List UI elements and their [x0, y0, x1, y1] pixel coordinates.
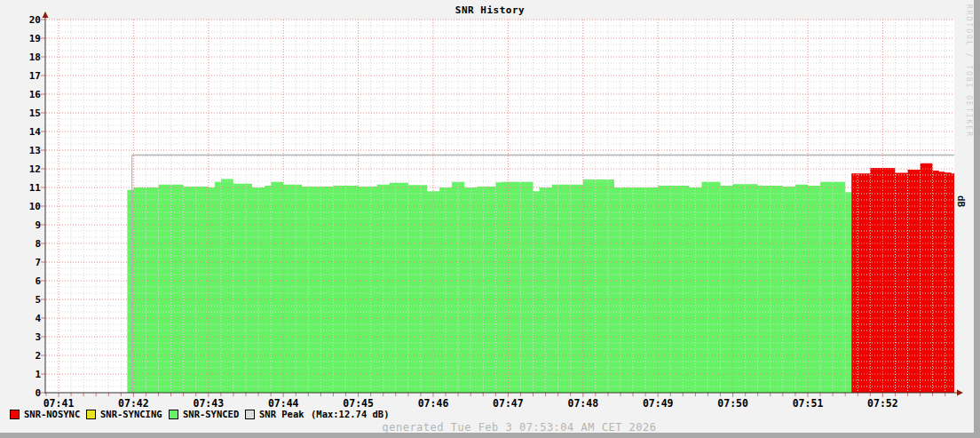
svg-text:07:43: 07:43 [193, 397, 224, 410]
svg-text:15: 15 [29, 108, 41, 119]
svg-text:07:52: 07:52 [867, 397, 898, 410]
svg-text:20: 20 [29, 14, 41, 26]
svg-text:2: 2 [35, 350, 41, 362]
svg-text:16: 16 [29, 89, 42, 100]
svg-text:4: 4 [35, 313, 41, 324]
horizontal-scrollbar[interactable] [0, 433, 980, 438]
svg-text:0: 0 [35, 387, 41, 399]
legend-swatch-green [169, 410, 178, 419]
svg-text:07:49: 07:49 [643, 397, 674, 410]
legend-item-snr-syncing: SNR-SYNCING [86, 409, 162, 419]
legend-label: SNR-SYNCING [100, 409, 162, 419]
legend-label: SNR-SYNCED [183, 409, 239, 419]
svg-text:07:44: 07:44 [268, 397, 299, 410]
legend-swatch-gray [245, 410, 255, 419]
legend-item-snr-peak: SNR Peak [245, 409, 304, 419]
rrdtool-watermark: RRDTOOL / TOBI OETIKER [965, 4, 973, 138]
legend-swatch-yellow [86, 410, 96, 419]
svg-text:07:42: 07:42 [118, 397, 149, 410]
svg-text:5: 5 [35, 294, 41, 306]
vertical-scrollbar[interactable] [974, 0, 980, 438]
legend-label: SNR Peak [259, 409, 304, 419]
legend-item-snr-nosync: SNR-NOSYNC [10, 409, 80, 419]
svg-text:7: 7 [35, 257, 41, 268]
svg-text:07:45: 07:45 [343, 397, 374, 410]
chart-legend: SNR-NOSYNC SNR-SYNCING SNR-SYNCED SNR Pe… [0, 409, 980, 421]
svg-text:07:48: 07:48 [567, 397, 598, 410]
svg-text:1: 1 [35, 369, 41, 380]
svg-text:07:51: 07:51 [793, 397, 824, 410]
svg-text:17: 17 [29, 70, 41, 82]
legend-label: SNR-NOSYNC [24, 409, 80, 419]
generated-timestamp: generated Tue Feb 3 07:53:04 AM CET 2026 [29, 421, 980, 434]
svg-text:07:47: 07:47 [493, 397, 524, 410]
svg-text:10: 10 [29, 201, 41, 212]
svg-text:6: 6 [35, 275, 41, 287]
legend-item-snr-synced: SNR-SYNCED [169, 409, 239, 419]
svg-text:14: 14 [29, 126, 42, 138]
svg-text:9: 9 [35, 219, 41, 231]
snr-history-graph: SNR History 0123456789101112131415161718… [0, 0, 980, 438]
svg-text:07:50: 07:50 [717, 397, 748, 410]
svg-text:18: 18 [29, 52, 41, 63]
svg-text:11: 11 [29, 182, 42, 194]
svg-text:8: 8 [35, 238, 41, 250]
snr-chart-plot: 0123456789101112131415161718192007:4107:… [0, 0, 980, 438]
svg-text:13: 13 [29, 145, 41, 156]
svg-text:3: 3 [35, 331, 41, 343]
svg-text:07:41: 07:41 [43, 397, 75, 410]
legend-swatch-red [10, 410, 20, 419]
svg-text:12: 12 [29, 163, 41, 175]
svg-text:07:46: 07:46 [418, 397, 449, 410]
y-axis-unit-label: dB [955, 195, 967, 207]
svg-text:19: 19 [29, 33, 41, 44]
legend-max-note: (Max:12.74 dB) [311, 409, 390, 419]
